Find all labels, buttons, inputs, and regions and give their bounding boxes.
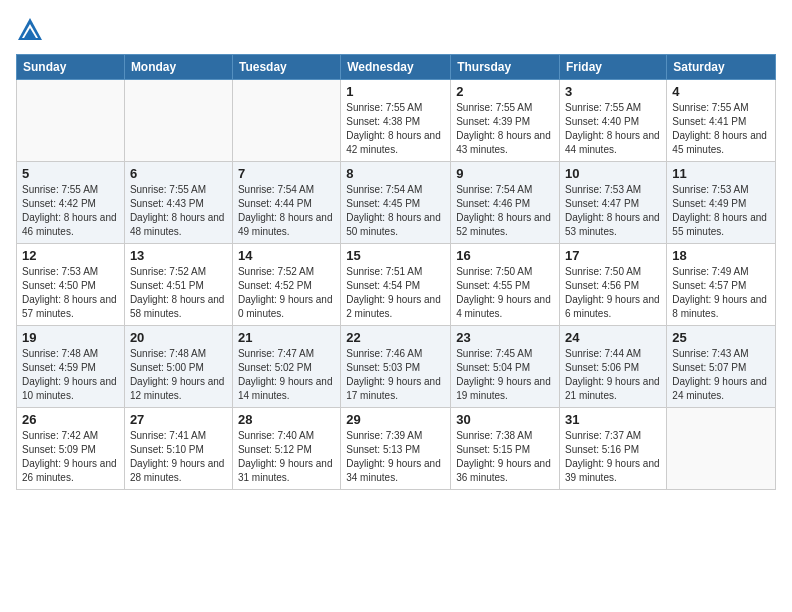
weekday-header-tuesday: Tuesday	[232, 55, 340, 80]
day-info: Sunrise: 7:48 AM Sunset: 5:00 PM Dayligh…	[130, 347, 227, 403]
calendar-cell: 8Sunrise: 7:54 AM Sunset: 4:45 PM Daylig…	[341, 162, 451, 244]
calendar-cell: 12Sunrise: 7:53 AM Sunset: 4:50 PM Dayli…	[17, 244, 125, 326]
day-number: 15	[346, 248, 445, 263]
day-info: Sunrise: 7:55 AM Sunset: 4:38 PM Dayligh…	[346, 101, 445, 157]
day-number: 23	[456, 330, 554, 345]
calendar-cell: 16Sunrise: 7:50 AM Sunset: 4:55 PM Dayli…	[451, 244, 560, 326]
day-info: Sunrise: 7:54 AM Sunset: 4:45 PM Dayligh…	[346, 183, 445, 239]
day-number: 9	[456, 166, 554, 181]
day-number: 31	[565, 412, 661, 427]
day-info: Sunrise: 7:55 AM Sunset: 4:43 PM Dayligh…	[130, 183, 227, 239]
calendar-cell: 5Sunrise: 7:55 AM Sunset: 4:42 PM Daylig…	[17, 162, 125, 244]
calendar-cell: 24Sunrise: 7:44 AM Sunset: 5:06 PM Dayli…	[560, 326, 667, 408]
day-info: Sunrise: 7:37 AM Sunset: 5:16 PM Dayligh…	[565, 429, 661, 485]
day-number: 17	[565, 248, 661, 263]
day-info: Sunrise: 7:55 AM Sunset: 4:41 PM Dayligh…	[672, 101, 770, 157]
day-info: Sunrise: 7:54 AM Sunset: 4:44 PM Dayligh…	[238, 183, 335, 239]
day-info: Sunrise: 7:55 AM Sunset: 4:42 PM Dayligh…	[22, 183, 119, 239]
day-info: Sunrise: 7:48 AM Sunset: 4:59 PM Dayligh…	[22, 347, 119, 403]
day-number: 30	[456, 412, 554, 427]
day-number: 28	[238, 412, 335, 427]
calendar-week-4: 19Sunrise: 7:48 AM Sunset: 4:59 PM Dayli…	[17, 326, 776, 408]
day-info: Sunrise: 7:46 AM Sunset: 5:03 PM Dayligh…	[346, 347, 445, 403]
day-number: 22	[346, 330, 445, 345]
day-info: Sunrise: 7:49 AM Sunset: 4:57 PM Dayligh…	[672, 265, 770, 321]
day-number: 7	[238, 166, 335, 181]
calendar-cell: 28Sunrise: 7:40 AM Sunset: 5:12 PM Dayli…	[232, 408, 340, 490]
calendar-cell: 7Sunrise: 7:54 AM Sunset: 4:44 PM Daylig…	[232, 162, 340, 244]
day-number: 21	[238, 330, 335, 345]
calendar-cell: 3Sunrise: 7:55 AM Sunset: 4:40 PM Daylig…	[560, 80, 667, 162]
weekday-header-friday: Friday	[560, 55, 667, 80]
calendar-header: SundayMondayTuesdayWednesdayThursdayFrid…	[17, 55, 776, 80]
calendar-cell: 26Sunrise: 7:42 AM Sunset: 5:09 PM Dayli…	[17, 408, 125, 490]
day-number: 4	[672, 84, 770, 99]
calendar-cell: 30Sunrise: 7:38 AM Sunset: 5:15 PM Dayli…	[451, 408, 560, 490]
day-number: 26	[22, 412, 119, 427]
day-number: 2	[456, 84, 554, 99]
calendar-cell: 1Sunrise: 7:55 AM Sunset: 4:38 PM Daylig…	[341, 80, 451, 162]
day-number: 5	[22, 166, 119, 181]
calendar-cell: 25Sunrise: 7:43 AM Sunset: 5:07 PM Dayli…	[667, 326, 776, 408]
day-number: 29	[346, 412, 445, 427]
day-info: Sunrise: 7:53 AM Sunset: 4:47 PM Dayligh…	[565, 183, 661, 239]
day-info: Sunrise: 7:47 AM Sunset: 5:02 PM Dayligh…	[238, 347, 335, 403]
calendar-cell	[17, 80, 125, 162]
day-number: 24	[565, 330, 661, 345]
calendar-cell: 4Sunrise: 7:55 AM Sunset: 4:41 PM Daylig…	[667, 80, 776, 162]
calendar-cell: 14Sunrise: 7:52 AM Sunset: 4:52 PM Dayli…	[232, 244, 340, 326]
day-number: 12	[22, 248, 119, 263]
day-number: 13	[130, 248, 227, 263]
logo	[16, 16, 48, 44]
calendar-week-2: 5Sunrise: 7:55 AM Sunset: 4:42 PM Daylig…	[17, 162, 776, 244]
day-info: Sunrise: 7:52 AM Sunset: 4:51 PM Dayligh…	[130, 265, 227, 321]
day-number: 3	[565, 84, 661, 99]
day-info: Sunrise: 7:52 AM Sunset: 4:52 PM Dayligh…	[238, 265, 335, 321]
day-info: Sunrise: 7:51 AM Sunset: 4:54 PM Dayligh…	[346, 265, 445, 321]
day-info: Sunrise: 7:55 AM Sunset: 4:39 PM Dayligh…	[456, 101, 554, 157]
calendar-cell: 6Sunrise: 7:55 AM Sunset: 4:43 PM Daylig…	[124, 162, 232, 244]
calendar-cell: 2Sunrise: 7:55 AM Sunset: 4:39 PM Daylig…	[451, 80, 560, 162]
header	[16, 16, 776, 44]
calendar-cell: 13Sunrise: 7:52 AM Sunset: 4:51 PM Dayli…	[124, 244, 232, 326]
calendar-cell: 20Sunrise: 7:48 AM Sunset: 5:00 PM Dayli…	[124, 326, 232, 408]
day-info: Sunrise: 7:43 AM Sunset: 5:07 PM Dayligh…	[672, 347, 770, 403]
day-info: Sunrise: 7:53 AM Sunset: 4:49 PM Dayligh…	[672, 183, 770, 239]
day-info: Sunrise: 7:55 AM Sunset: 4:40 PM Dayligh…	[565, 101, 661, 157]
day-number: 14	[238, 248, 335, 263]
calendar-cell: 15Sunrise: 7:51 AM Sunset: 4:54 PM Dayli…	[341, 244, 451, 326]
calendar-cell: 21Sunrise: 7:47 AM Sunset: 5:02 PM Dayli…	[232, 326, 340, 408]
calendar-body: 1Sunrise: 7:55 AM Sunset: 4:38 PM Daylig…	[17, 80, 776, 490]
calendar-cell: 17Sunrise: 7:50 AM Sunset: 4:56 PM Dayli…	[560, 244, 667, 326]
day-info: Sunrise: 7:42 AM Sunset: 5:09 PM Dayligh…	[22, 429, 119, 485]
calendar-cell	[232, 80, 340, 162]
day-info: Sunrise: 7:53 AM Sunset: 4:50 PM Dayligh…	[22, 265, 119, 321]
day-info: Sunrise: 7:50 AM Sunset: 4:56 PM Dayligh…	[565, 265, 661, 321]
weekday-header-row: SundayMondayTuesdayWednesdayThursdayFrid…	[17, 55, 776, 80]
calendar-cell: 27Sunrise: 7:41 AM Sunset: 5:10 PM Dayli…	[124, 408, 232, 490]
day-info: Sunrise: 7:44 AM Sunset: 5:06 PM Dayligh…	[565, 347, 661, 403]
calendar-cell: 29Sunrise: 7:39 AM Sunset: 5:13 PM Dayli…	[341, 408, 451, 490]
day-number: 6	[130, 166, 227, 181]
calendar-week-3: 12Sunrise: 7:53 AM Sunset: 4:50 PM Dayli…	[17, 244, 776, 326]
day-info: Sunrise: 7:41 AM Sunset: 5:10 PM Dayligh…	[130, 429, 227, 485]
calendar-cell: 31Sunrise: 7:37 AM Sunset: 5:16 PM Dayli…	[560, 408, 667, 490]
calendar-cell: 19Sunrise: 7:48 AM Sunset: 4:59 PM Dayli…	[17, 326, 125, 408]
calendar-cell	[124, 80, 232, 162]
calendar-cell: 18Sunrise: 7:49 AM Sunset: 4:57 PM Dayli…	[667, 244, 776, 326]
calendar-cell: 23Sunrise: 7:45 AM Sunset: 5:04 PM Dayli…	[451, 326, 560, 408]
day-number: 11	[672, 166, 770, 181]
weekday-header-monday: Monday	[124, 55, 232, 80]
day-info: Sunrise: 7:45 AM Sunset: 5:04 PM Dayligh…	[456, 347, 554, 403]
calendar-cell: 11Sunrise: 7:53 AM Sunset: 4:49 PM Dayli…	[667, 162, 776, 244]
weekday-header-wednesday: Wednesday	[341, 55, 451, 80]
day-number: 1	[346, 84, 445, 99]
weekday-header-saturday: Saturday	[667, 55, 776, 80]
calendar-cell	[667, 408, 776, 490]
day-info: Sunrise: 7:54 AM Sunset: 4:46 PM Dayligh…	[456, 183, 554, 239]
weekday-header-thursday: Thursday	[451, 55, 560, 80]
day-number: 18	[672, 248, 770, 263]
day-number: 19	[22, 330, 119, 345]
calendar-cell: 9Sunrise: 7:54 AM Sunset: 4:46 PM Daylig…	[451, 162, 560, 244]
day-info: Sunrise: 7:38 AM Sunset: 5:15 PM Dayligh…	[456, 429, 554, 485]
